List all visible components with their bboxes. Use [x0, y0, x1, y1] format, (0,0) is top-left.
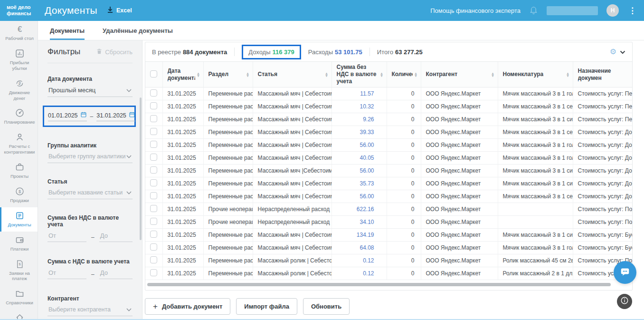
- sidebar-item-profit-loss[interactable]: Прибыли убытки: [0, 45, 38, 75]
- table-row: 31.01.2025Прочие неоперациоНераспределен…: [145, 203, 632, 216]
- row-checkbox[interactable]: [150, 154, 157, 161]
- avatar[interactable]: Н: [606, 4, 619, 17]
- brand-logo[interactable]: моё дело финансы: [7, 4, 37, 17]
- amount-link[interactable]: 10.32: [360, 103, 374, 110]
- date-to-input[interactable]: 31.01.2025: [96, 111, 135, 121]
- row-checkbox[interactable]: [150, 256, 157, 263]
- cell-contractor: ООО Яндекс.Маркет: [421, 229, 498, 242]
- sidebar-item-planning[interactable]: Планирование: [0, 105, 38, 129]
- amount-link[interactable]: 56.00: [360, 193, 374, 200]
- analytics-group-select[interactable]: Выберите группу аналитики: [47, 153, 133, 163]
- import-file-button[interactable]: Импорт файла: [236, 298, 297, 315]
- contractor-select[interactable]: Выберите контрагента: [47, 306, 133, 316]
- reset-filters-button[interactable]: Сбросить: [96, 48, 133, 56]
- amount-link[interactable]: 56.00: [360, 167, 374, 174]
- actions-bar: + Добавить документ Импорт файла Обновит…: [145, 298, 644, 315]
- sort-icon[interactable]: ▴▾: [325, 72, 327, 77]
- filters-scrollbar[interactable]: [140, 97, 142, 240]
- column-header-nomenclature[interactable]: Номенклатура▴▾: [498, 62, 573, 87]
- amount-link[interactable]: 34.10: [360, 219, 374, 225]
- refresh-button[interactable]: Обновить: [303, 298, 350, 315]
- sum-no-vat-to-input[interactable]: До: [99, 232, 133, 242]
- sort-icon[interactable]: ▴▾: [246, 72, 248, 77]
- amount-link[interactable]: 622.16: [357, 206, 374, 213]
- chevron-down-icon[interactable]: [620, 48, 625, 56]
- sidebar-item-label: Платежи: [10, 246, 29, 252]
- export-excel-button[interactable]: Excel: [107, 6, 132, 15]
- sidebar-item-payments[interactable]: Платежи: [0, 232, 38, 256]
- sort-icon[interactable]: ▴▾: [415, 72, 417, 77]
- info-button[interactable]: [617, 294, 632, 309]
- sidebar-item-accounting[interactable]: Бухгалтерия: [0, 310, 38, 320]
- row-checkbox[interactable]: [150, 231, 157, 238]
- date-from-input[interactable]: 01.01.2025: [48, 111, 87, 121]
- sum-vat-to-input[interactable]: До: [99, 269, 133, 279]
- registry-count: В реестре884 документа: [152, 48, 227, 56]
- sidebar-item-projects[interactable]: Проекты: [0, 159, 38, 183]
- sidebar-item-sales[interactable]: $Продажи: [0, 183, 38, 207]
- tab-deleted-documents[interactable]: Удалённые документы: [103, 22, 173, 40]
- cell-date: 31.01.2025: [162, 113, 203, 126]
- sidebar-item-label: Прибыли убытки: [3, 60, 36, 71]
- row-checkbox[interactable]: [150, 115, 157, 122]
- column-header-contractor[interactable]: Контрагент▴▾: [421, 62, 498, 87]
- horizontal-scrollbar: [147, 283, 630, 286]
- row-checkbox[interactable]: [150, 243, 157, 251]
- article-select[interactable]: Выберите название статьи: [47, 189, 133, 199]
- sidebar-item-cash-flow[interactable]: ₽Движение денег: [0, 75, 38, 105]
- date-preset-select[interactable]: Прошлый месяц: [47, 87, 133, 97]
- amount-link[interactable]: 11.57: [360, 90, 374, 97]
- sort-icon[interactable]: ▴▾: [197, 72, 199, 77]
- row-checkbox[interactable]: [150, 218, 157, 225]
- cell-section: Переменные расход: [203, 177, 253, 190]
- amount-link[interactable]: 0.12: [363, 257, 374, 264]
- sidebar-item-payment-requests[interactable]: $Заявки на платеж: [0, 256, 38, 286]
- column-header-section[interactable]: Раздел▴▾: [203, 62, 253, 87]
- kebab-menu-icon[interactable]: ⋮: [627, 7, 637, 15]
- sort-icon[interactable]: ▴▾: [567, 72, 568, 77]
- cell-date: 31.01.2025: [162, 242, 203, 254]
- row-checkbox[interactable]: [150, 269, 157, 276]
- financial-expert-help-link[interactable]: Помощь финансового эксперта: [430, 7, 521, 14]
- row-checkbox[interactable]: [150, 179, 157, 186]
- amount-link[interactable]: 40.05: [360, 155, 374, 161]
- row-checkbox[interactable]: [150, 141, 157, 148]
- column-header-amount[interactable]: Сумма без НДС в валюте учета▴▾: [331, 62, 387, 87]
- cell-purpose: Стоимость услуг: Дост: [573, 152, 632, 165]
- chat-support-button[interactable]: [614, 261, 636, 284]
- tab-documents[interactable]: Документы: [50, 22, 85, 40]
- horizontal-scrollbar-thumb[interactable]: [147, 283, 611, 286]
- column-header-date[interactable]: Дата документа▴▾: [162, 62, 203, 87]
- add-document-button[interactable]: + Добавить документ: [145, 298, 230, 315]
- row-checkbox[interactable]: [150, 192, 157, 199]
- row-checkbox[interactable]: [150, 128, 157, 135]
- select-all-checkbox[interactable]: [150, 70, 157, 78]
- amount-link[interactable]: 35.73: [360, 180, 374, 187]
- sidebar-item-directories[interactable]: Справочники: [0, 285, 38, 310]
- amount-link[interactable]: 64.08: [360, 244, 374, 251]
- sidebar-item-settlements[interactable]: Расчеты с контрагентами: [0, 129, 38, 159]
- table-settings-gear-icon[interactable]: ⚙: [610, 48, 616, 56]
- sidebar-item-label: Движение денег: [3, 90, 36, 101]
- calendar-icon: [129, 111, 135, 119]
- sidebar-item-documents[interactable]: Документы: [0, 207, 38, 232]
- amount-link[interactable]: 56.00: [360, 142, 374, 148]
- amount-link[interactable]: 134.19: [357, 232, 374, 238]
- row-checkbox[interactable]: [150, 89, 157, 97]
- sort-icon[interactable]: ▴▾: [380, 72, 382, 77]
- column-header-article[interactable]: Статья▴▾: [253, 62, 331, 87]
- sort-icon[interactable]: ▴▾: [492, 72, 493, 77]
- sum-vat-from-input[interactable]: От: [47, 269, 86, 279]
- table-row: 31.01.2025Переменные расходМассажный мяч…: [145, 126, 632, 139]
- notification-bell-icon[interactable]: [529, 5, 538, 16]
- sidebar-item-desktop[interactable]: €Рабочий стол: [0, 21, 38, 45]
- column-header-qty[interactable]: Количество▴▾: [387, 62, 421, 87]
- sum-no-vat-from-input[interactable]: От: [47, 232, 86, 242]
- cell-quantity: 0: [387, 267, 421, 280]
- row-checkbox[interactable]: [150, 166, 157, 174]
- amount-link[interactable]: 39.33: [360, 129, 374, 136]
- amount-link[interactable]: 9.26: [363, 116, 374, 123]
- row-checkbox[interactable]: [150, 102, 157, 109]
- amount-link[interactable]: 0.12: [363, 270, 374, 277]
- row-checkbox[interactable]: [150, 205, 157, 212]
